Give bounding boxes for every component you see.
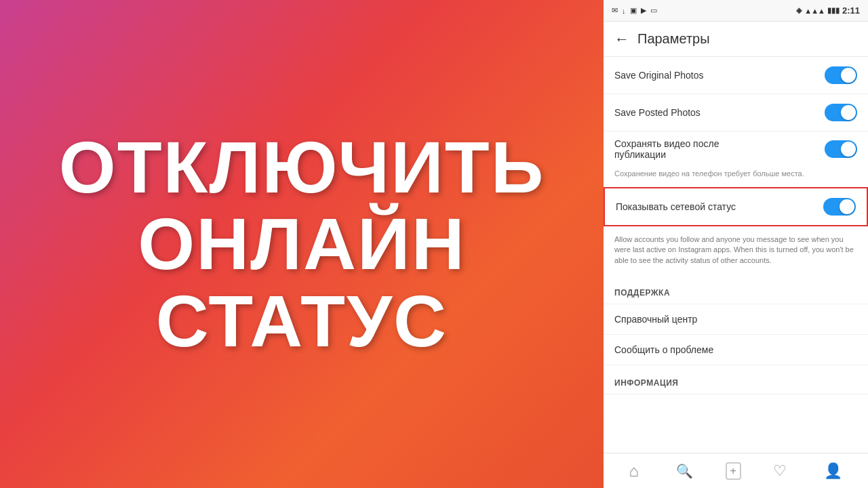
save-video-label-line1: Сохранять видео после (614, 138, 825, 149)
setting-row-save-posted[interactable]: Save Posted Photos (604, 94, 868, 131)
support-section-header: ПОДДЕРЖКА (604, 275, 868, 304)
back-button[interactable]: ← (614, 30, 629, 48)
save-posted-label: Save Posted Photos (614, 107, 825, 118)
title-line3: СТАТУС (156, 280, 448, 362)
activity-status-toggle[interactable] (823, 198, 856, 216)
save-original-toggle[interactable] (825, 66, 857, 84)
battery-icon: ▮▮▮ (827, 6, 840, 15)
phone-panel: ✉ ↓ ▣ ▶ ▭ ◈ ▲▲▲ ▮▮▮ 2:11 ← Параметры Sav… (604, 0, 868, 488)
status-icon-download: ↓ (622, 7, 626, 15)
main-title: ОТКЛЮЧИТЬ ОНЛАЙН СТАТУС (59, 129, 545, 359)
menu-item-help-center[interactable]: Справочный центр (604, 304, 868, 335)
nav-home-icon[interactable]: ⌂ (624, 456, 645, 486)
wifi-icon: ◈ (796, 6, 802, 15)
menu-item-report-problem[interactable]: Сообщить о проблеме (604, 335, 868, 365)
save-video-label-line2: публикации (614, 149, 825, 160)
clock: 2:11 (842, 5, 860, 16)
page-title: Параметры (637, 31, 710, 47)
status-bar-right: ◈ ▲▲▲ ▮▮▮ 2:11 (796, 5, 860, 16)
nav-heart-icon[interactable]: ♡ (768, 457, 792, 485)
setting-row-save-video[interactable]: Сохранять видео после публикации (604, 131, 868, 167)
help-center-label: Справочный центр (614, 314, 697, 325)
info-header-text: ИНФОРМАЦИЯ (614, 378, 678, 388)
save-video-description: Сохранение видео на телефон требует боль… (604, 167, 868, 184)
save-posted-toggle[interactable] (825, 104, 857, 121)
save-video-label-stack: Сохранять видео после публикации (614, 138, 825, 160)
save-video-toggle[interactable] (825, 140, 857, 158)
settings-content: Save Original Photos Save Posted Photos … (604, 57, 868, 453)
activity-status-description: Allow accounts you follow and anyone you… (604, 229, 868, 275)
status-bar: ✉ ↓ ▣ ▶ ▭ ◈ ▲▲▲ ▮▮▮ 2:11 (604, 0, 868, 22)
nav-profile-icon[interactable]: 👤 (818, 457, 848, 485)
nav-add-icon[interactable]: + (726, 462, 741, 480)
nav-search-icon[interactable]: 🔍 (671, 458, 698, 485)
status-icon-folder: ▣ (630, 6, 637, 15)
report-problem-label: Сообщить о проблеме (614, 344, 713, 355)
save-original-label: Save Original Photos (614, 70, 825, 81)
signal-icon: ▲▲▲ (804, 7, 825, 15)
status-icon-email: ✉ (612, 6, 618, 15)
title-line2: ОНЛАЙН (138, 203, 465, 285)
status-icon-play: ▶ (641, 6, 646, 15)
title-line1: ОТКЛЮЧИТЬ (59, 126, 545, 208)
status-icon-media: ▭ (650, 6, 657, 15)
setting-row-save-original[interactable]: Save Original Photos (604, 57, 868, 94)
activity-status-label: Показывать сетевой статус (616, 201, 823, 212)
support-header-text: ПОДДЕРЖКА (614, 288, 670, 298)
left-panel: ОТКЛЮЧИТЬ ОНЛАЙН СТАТУС (0, 0, 604, 488)
bottom-nav: ⌂ 🔍 + ♡ 👤 (604, 453, 868, 488)
top-nav: ← Параметры (604, 22, 868, 57)
info-section-header: ИНФОРМАЦИЯ (604, 365, 868, 394)
setting-row-activity-status[interactable]: Показывать сетевой статус (604, 187, 868, 226)
status-bar-left-icons: ✉ ↓ ▣ ▶ ▭ (612, 6, 657, 15)
